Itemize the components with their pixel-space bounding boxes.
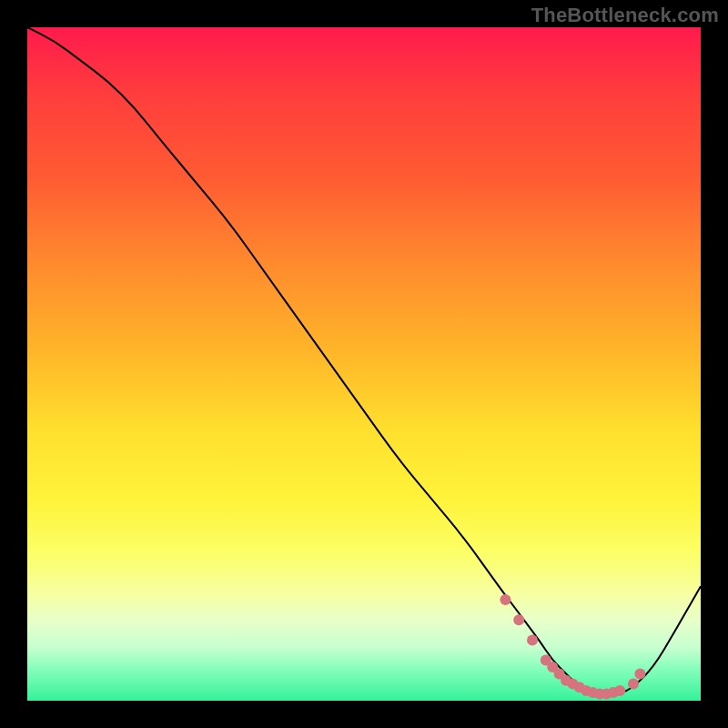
dot bbox=[513, 614, 524, 625]
highlight-dots bbox=[500, 594, 645, 700]
chart-frame: TheBottleneck.com bbox=[0, 0, 728, 728]
dot bbox=[628, 679, 639, 690]
dot bbox=[500, 594, 511, 605]
watermark-text: TheBottleneck.com bbox=[531, 4, 719, 27]
dot bbox=[527, 634, 538, 645]
plot-area bbox=[27, 27, 701, 701]
dot bbox=[634, 668, 645, 679]
chart-svg bbox=[27, 27, 701, 701]
curve-line bbox=[27, 27, 701, 694]
dot bbox=[614, 685, 625, 696]
